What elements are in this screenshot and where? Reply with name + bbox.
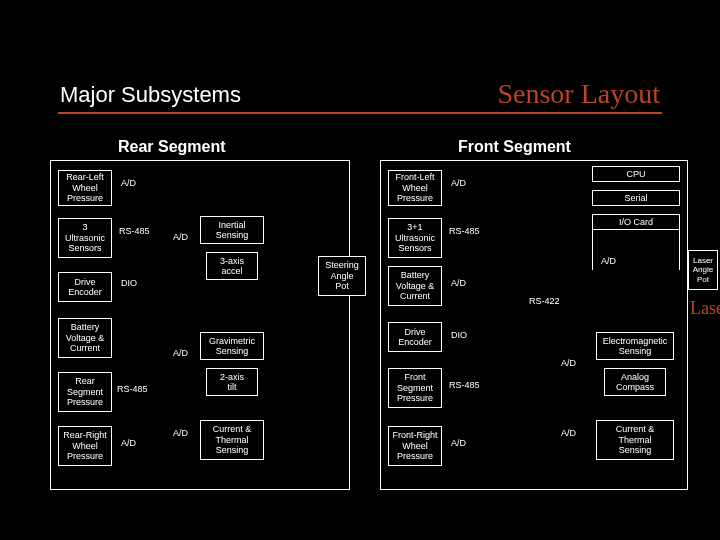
rear-left-wheel-pressure: Rear-LeftWheelPressure: [58, 170, 112, 206]
electromagnetic-sensing: ElectromagneticSensing: [596, 332, 674, 360]
front-ultrasonic-sensors: 3+1UltrasonicSensors: [388, 218, 442, 258]
ad-label-f5: A/D: [560, 358, 577, 368]
ad-label-3: A/D: [172, 232, 189, 242]
io-line-left: [592, 230, 593, 270]
rear-battery-voltage-current: BatteryVoltage &Current: [58, 318, 112, 358]
title-major-subsystems: Major Subsystems: [60, 82, 241, 108]
rear-right-wheel-pressure: Rear-RightWheelPressure: [58, 426, 112, 466]
io-card: I/O Card: [592, 214, 680, 230]
front-right-wheel-pressure: Front-RightWheelPressure: [388, 426, 442, 466]
rs485-label-f1: RS-485: [448, 226, 481, 236]
io-line-right: [679, 230, 680, 270]
dio-label: DIO: [120, 278, 138, 288]
steering-angle-pot: SteeringAnglePot: [318, 256, 366, 296]
three-axis-accel: 3-axisaccel: [206, 252, 258, 280]
gravimetric-sensing: GravimetricSensing: [200, 332, 264, 360]
front-segment-title: Front Segment: [458, 138, 571, 156]
title-rule: [58, 112, 662, 114]
ad-label-f2: A/D: [450, 278, 467, 288]
ad-label-4: A/D: [172, 348, 189, 358]
title-sensor-layout: Sensor Layout: [497, 78, 660, 110]
laser-angle-pot: Laser AnglePot: [688, 250, 718, 290]
front-left-wheel-pressure: Front-LeftWheelPressure: [388, 170, 442, 206]
front-drive-encoder: DriveEncoder: [388, 322, 442, 352]
rear-segment-title: Rear Segment: [118, 138, 226, 156]
ad-label-f1: A/D: [450, 178, 467, 188]
rear-drive-encoder: DriveEncoder: [58, 272, 112, 302]
rs485-label-f2: RS-485: [448, 380, 481, 390]
rear-segment-pressure: RearSegmentPressure: [58, 372, 112, 412]
ad-label-5: A/D: [172, 428, 189, 438]
rs485-label-2: RS-485: [116, 384, 149, 394]
ad-label-f3: A/D: [450, 438, 467, 448]
front-segment-pressure: FrontSegmentPressure: [388, 368, 442, 408]
ad-label: A/D: [120, 178, 137, 188]
analog-compass: AnalogCompass: [604, 368, 666, 396]
ad-label-f4: A/D: [600, 256, 617, 266]
cpu: CPU: [592, 166, 680, 182]
inertial-sensing: InertialSensing: [200, 216, 264, 244]
dio-label-f1: DIO: [450, 330, 468, 340]
rs422-label: RS-422: [528, 296, 561, 306]
front-current-thermal-sensing: Current &ThermalSensing: [596, 420, 674, 460]
rear-ultrasonic-sensors: 3UltrasonicSensors: [58, 218, 112, 258]
two-axis-tilt: 2-axistilt: [206, 368, 258, 396]
front-battery-voltage-current: BatteryVoltage &Current: [388, 266, 442, 306]
ad-label-2: A/D: [120, 438, 137, 448]
rs485-label: RS-485: [118, 226, 151, 236]
ad-label-f6: A/D: [560, 428, 577, 438]
serial: Serial: [592, 190, 680, 206]
laser-label: Laser: [690, 298, 720, 319]
rear-current-thermal-sensing: Current &ThermalSensing: [200, 420, 264, 460]
